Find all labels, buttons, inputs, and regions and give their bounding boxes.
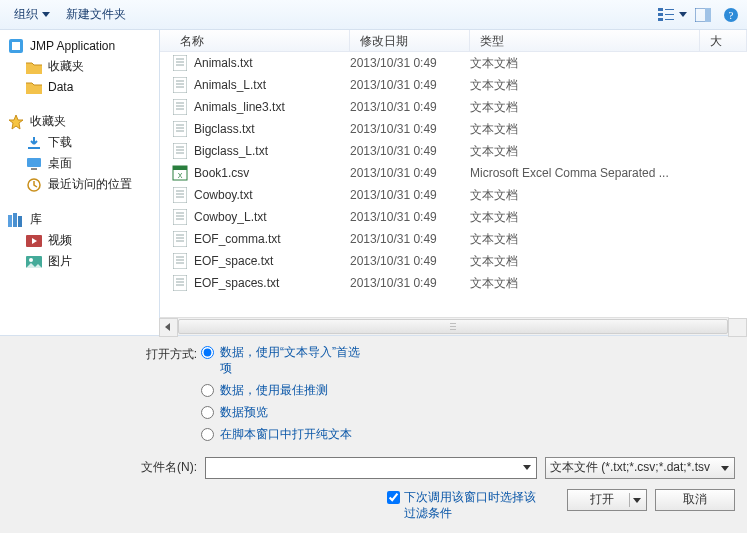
file-row[interactable]: EOF_comma.txt2013/10/31 0:49文本文档: [160, 228, 747, 250]
file-icon: [172, 143, 188, 159]
file-row[interactable]: EOF_space.txt2013/10/31 0:49文本文档: [160, 250, 747, 272]
column-header-row: 名称 修改日期 类型 大: [160, 30, 747, 52]
star-icon: [8, 114, 24, 130]
svg-rect-40: [173, 143, 187, 159]
svg-rect-51: [173, 209, 187, 225]
file-type: 文本文档: [470, 143, 700, 160]
open-mode-opt2[interactable]: 数据预览: [201, 404, 361, 420]
scroll-thumb[interactable]: [178, 319, 728, 334]
nav-item-label: 最近访问的位置: [48, 176, 132, 193]
file-type: Microsoft Excel Comma Separated ...: [470, 166, 700, 180]
remember-filter-check[interactable]: 下次调用该窗口时选择该过滤条件: [387, 489, 547, 521]
file-type: 文本文档: [470, 231, 700, 248]
file-name: Bigclass.txt: [194, 122, 255, 136]
nav-item-label: 视频: [48, 232, 72, 249]
column-header-date[interactable]: 修改日期: [350, 30, 470, 51]
open-mode-opt3[interactable]: 在脚本窗口中打开纯文本: [201, 426, 361, 442]
nav-item-downloads[interactable]: 下载: [8, 132, 155, 153]
horizontal-scrollbar[interactable]: [160, 317, 729, 335]
open-mode-opt0[interactable]: 数据，使用“文本导入”首选项: [201, 344, 361, 376]
nav-item-pictures[interactable]: 图片: [8, 251, 155, 272]
view-mode-button[interactable]: [657, 5, 677, 25]
main-area: JMP Application 收藏夹 Data 收藏夹 下载 桌面: [0, 30, 747, 336]
chevron-down-icon[interactable]: [679, 12, 687, 17]
svg-rect-18: [13, 213, 17, 227]
file-row[interactable]: Bigclass.txt2013/10/31 0:49文本文档: [160, 118, 747, 140]
file-date: 2013/10/31 0:49: [350, 210, 470, 224]
nav-root-jmp[interactable]: JMP Application: [8, 36, 155, 56]
file-icon: [172, 275, 188, 291]
svg-point-23: [29, 258, 33, 262]
file-type: 文本文档: [470, 275, 700, 292]
preview-pane-icon: [695, 8, 711, 22]
view-tiles-icon: [658, 8, 676, 22]
svg-text:X: X: [178, 172, 183, 179]
nav-item-recent[interactable]: 最近访问的位置: [8, 174, 155, 195]
column-header-size[interactable]: 大: [700, 30, 747, 51]
svg-rect-63: [173, 275, 187, 291]
help-button[interactable]: ?: [721, 5, 741, 25]
open-mode-opt1[interactable]: 数据，使用最佳推测: [201, 382, 361, 398]
nav-root-favorites[interactable]: 收藏夹: [8, 111, 155, 132]
filter-label: 文本文件 (*.txt;*.csv;*.dat;*.tsv: [550, 459, 710, 476]
radio-input[interactable]: [201, 428, 214, 441]
file-row[interactable]: Cowboy.txt2013/10/31 0:49文本文档: [160, 184, 747, 206]
open-mode-group: 数据，使用“文本导入”首选项 数据，使用最佳推测 数据预览 在脚本窗口中打开纯文…: [201, 344, 361, 449]
nav-root-label: JMP Application: [30, 39, 115, 53]
file-row[interactable]: Cowboy_L.txt2013/10/31 0:49文本文档: [160, 206, 747, 228]
radio-input[interactable]: [201, 384, 214, 397]
svg-rect-19: [18, 216, 22, 227]
checkbox-input[interactable]: [387, 491, 400, 504]
filename-combo[interactable]: [205, 457, 537, 479]
column-header-type[interactable]: 类型: [470, 30, 700, 51]
svg-rect-13: [28, 147, 40, 149]
nav-item-videos[interactable]: 视频: [8, 230, 155, 251]
svg-rect-15: [31, 168, 37, 170]
file-row[interactable]: XBook1.csv2013/10/31 0:49Microsoft Excel…: [160, 162, 747, 184]
file-date: 2013/10/31 0:49: [350, 254, 470, 268]
filename-input[interactable]: [205, 457, 537, 479]
new-folder-label: 新建文件夹: [66, 6, 126, 23]
combo-arrow-button[interactable]: [519, 459, 535, 477]
radio-input[interactable]: [201, 346, 214, 359]
nav-tree[interactable]: JMP Application 收藏夹 Data 收藏夹 下载 桌面: [0, 30, 160, 335]
file-row[interactable]: Animals.txt2013/10/31 0:49文本文档: [160, 52, 747, 74]
help-icon: ?: [723, 7, 739, 23]
file-name: EOF_spaces.txt: [194, 276, 279, 290]
file-name: Animals_L.txt: [194, 78, 266, 92]
svg-rect-55: [173, 231, 187, 247]
svg-rect-28: [173, 77, 187, 93]
svg-rect-1: [658, 13, 663, 16]
file-name: EOF_comma.txt: [194, 232, 281, 246]
open-button[interactable]: 打开: [567, 489, 647, 511]
nav-item-label: 桌面: [48, 155, 72, 172]
file-row[interactable]: EOF_spaces.txt2013/10/31 0:49文本文档: [160, 272, 747, 294]
organize-button[interactable]: 组织: [6, 2, 58, 27]
file-row[interactable]: Animals_L.txt2013/10/31 0:49文本文档: [160, 74, 747, 96]
new-folder-button[interactable]: 新建文件夹: [58, 2, 134, 27]
column-header-name[interactable]: 名称: [160, 30, 350, 51]
nav-item-desktop[interactable]: 桌面: [8, 153, 155, 174]
radio-input[interactable]: [201, 406, 214, 419]
file-row[interactable]: Bigclass_L.txt2013/10/31 0:49文本文档: [160, 140, 747, 162]
file-rows[interactable]: Animals.txt2013/10/31 0:49文本文档Animals_L.…: [160, 52, 747, 317]
nav-item-data-folder[interactable]: Data: [8, 77, 155, 97]
file-row[interactable]: Animals_line3.txt2013/10/31 0:49文本文档: [160, 96, 747, 118]
file-icon: [172, 253, 188, 269]
scroll-left-icon: [165, 323, 170, 331]
nav-item-favorites-folder[interactable]: 收藏夹: [8, 56, 155, 77]
toolbar: 组织 新建文件夹 ?: [0, 0, 747, 30]
file-name: Cowboy_L.txt: [194, 210, 267, 224]
cancel-button[interactable]: 取消: [655, 489, 735, 511]
recent-icon: [26, 177, 42, 193]
nav-root-libraries[interactable]: 库: [8, 209, 155, 230]
svg-rect-14: [27, 158, 41, 167]
file-name: Animals.txt: [194, 56, 253, 70]
app-icon: [8, 38, 24, 54]
file-icon: [172, 121, 188, 137]
file-name: Cowboy.txt: [194, 188, 252, 202]
preview-pane-button[interactable]: [693, 5, 713, 25]
filetype-filter[interactable]: 文本文件 (*.txt;*.csv;*.dat;*.tsv: [545, 457, 735, 479]
svg-rect-45: [173, 166, 187, 170]
file-date: 2013/10/31 0:49: [350, 100, 470, 114]
